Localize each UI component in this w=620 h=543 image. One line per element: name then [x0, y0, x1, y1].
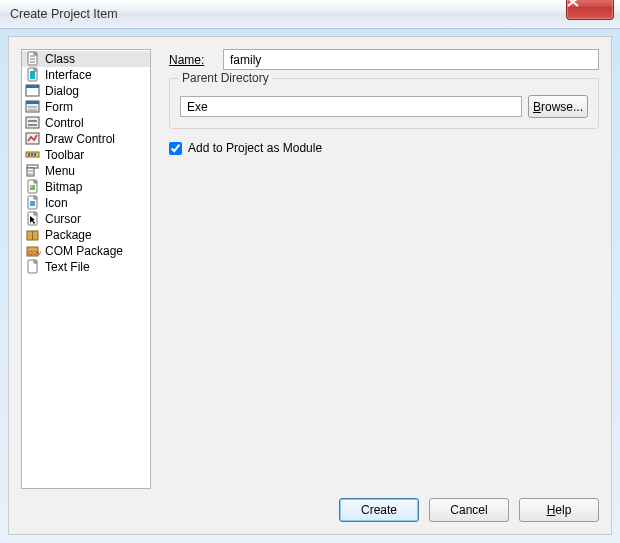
svg-rect-18: [31, 153, 33, 156]
cursor-icon: [25, 211, 41, 227]
dialog-icon: [25, 83, 41, 99]
window-title: Create Project Item: [10, 7, 118, 21]
list-item-control[interactable]: Control: [22, 115, 150, 131]
list-item-label: Toolbar: [45, 148, 84, 162]
list-item-label: Dialog: [45, 84, 79, 98]
parent-directory-row: Browse...: [180, 95, 588, 118]
list-item-label: COM Package: [45, 244, 123, 258]
content-row: ClassInterfaceDialogFormControlDraw Cont…: [21, 49, 599, 489]
list-item-class[interactable]: Class: [22, 51, 150, 67]
list-item-com-package[interactable]: COMCOM Package: [22, 243, 150, 259]
button-row: Create Cancel Help: [339, 498, 599, 522]
svg-rect-25: [30, 185, 35, 190]
list-item-label: Form: [45, 100, 73, 114]
list-item-label: Interface: [45, 68, 92, 82]
list-item-label: Menu: [45, 164, 75, 178]
list-item-cursor[interactable]: Cursor: [22, 211, 150, 227]
add-module-row[interactable]: Add to Project as Module: [169, 141, 599, 155]
name-input[interactable]: [223, 49, 599, 70]
list-item-label: Icon: [45, 196, 68, 210]
list-item-toolbar[interactable]: Toolbar: [22, 147, 150, 163]
list-item-package[interactable]: Package: [22, 227, 150, 243]
close-icon: [567, 0, 613, 7]
svg-text:COM: COM: [28, 250, 41, 256]
svg-rect-9: [26, 101, 39, 104]
name-row: Name:: [169, 49, 599, 70]
compackage-icon: COM: [25, 243, 41, 259]
right-pane: Name: Parent Directory Browse... Add to …: [151, 49, 599, 489]
svg-rect-14: [28, 124, 37, 126]
svg-rect-7: [26, 85, 39, 88]
list-item-menu[interactable]: Menu: [22, 163, 150, 179]
list-item-label: Text File: [45, 260, 90, 274]
list-item-bitmap[interactable]: Bitmap: [22, 179, 150, 195]
svg-rect-19: [34, 153, 36, 156]
parent-directory-label: Parent Directory: [178, 71, 273, 85]
close-button[interactable]: [566, 0, 614, 20]
bitmap-icon: [25, 179, 41, 195]
list-item-form[interactable]: Form: [22, 99, 150, 115]
svg-point-26: [31, 186, 33, 188]
list-item-icon[interactable]: Icon: [22, 195, 150, 211]
browse-button[interactable]: Browse...: [528, 95, 588, 118]
svg-rect-5: [30, 71, 35, 79]
parent-directory-group: Parent Directory Browse...: [169, 78, 599, 129]
titlebar: Create Project Item: [0, 0, 620, 29]
list-item-label: Draw Control: [45, 132, 115, 146]
textfile-icon: [25, 259, 41, 275]
list-item-label: Control: [45, 116, 84, 130]
name-label: Name:: [169, 53, 213, 67]
icon-icon: [25, 195, 41, 211]
parent-directory-input[interactable]: [180, 96, 522, 117]
create-button[interactable]: Create: [339, 498, 419, 522]
control-icon: [25, 115, 41, 131]
svg-rect-13: [28, 120, 37, 122]
svg-rect-17: [28, 153, 30, 156]
package-icon: [25, 227, 41, 243]
item-type-list[interactable]: ClassInterfaceDialogFormControlDraw Cont…: [21, 49, 151, 489]
interface-icon: [25, 67, 41, 83]
toolbar-icon: [25, 147, 41, 163]
svg-rect-21: [27, 168, 34, 176]
list-item-label: Bitmap: [45, 180, 82, 194]
add-module-checkbox[interactable]: [169, 142, 182, 155]
cancel-button[interactable]: Cancel: [429, 498, 509, 522]
svg-rect-12: [26, 117, 39, 128]
form-icon: [25, 99, 41, 115]
menu-icon: [25, 163, 41, 179]
class-icon: [25, 51, 41, 67]
list-item-dialog[interactable]: Dialog: [22, 83, 150, 99]
svg-rect-28: [30, 201, 35, 206]
dialog-window: Create Project Item ClassInterfaceDialog…: [0, 0, 620, 543]
list-item-label: Cursor: [45, 212, 81, 226]
list-item-draw-control[interactable]: Draw Control: [22, 131, 150, 147]
client-area: ClassInterfaceDialogFormControlDraw Cont…: [8, 36, 612, 535]
list-item-interface[interactable]: Interface: [22, 67, 150, 83]
list-item-label: Package: [45, 228, 92, 242]
add-module-label: Add to Project as Module: [188, 141, 322, 155]
list-item-label: Class: [45, 52, 75, 66]
drawcontrol-icon: [25, 131, 41, 147]
list-item-text-file[interactable]: Text File: [22, 259, 150, 275]
help-button[interactable]: Help: [519, 498, 599, 522]
